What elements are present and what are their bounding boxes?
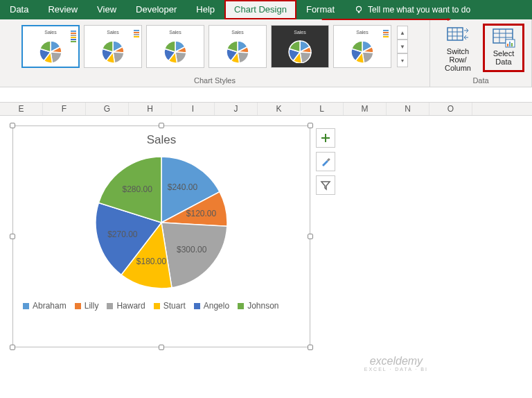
svg-text:$180.00: $180.00: [136, 257, 167, 266]
formula-bar[interactable]: [0, 87, 532, 103]
chart-style-thumb[interactable]: Sales: [84, 25, 142, 68]
group-label-chart-styles: Chart Styles: [194, 75, 236, 85]
svg-rect-16: [509, 42, 511, 46]
svg-rect-1: [358, 11, 360, 12]
pie-chart[interactable]: $240.00$120.00$300.00$180.00$270.00$280.…: [71, 150, 251, 295]
resize-handle[interactable]: [159, 123, 164, 128]
gallery-expand[interactable]: ▾: [397, 53, 408, 67]
chart-legend[interactable]: AbrahamLillyHawardStuartAngeloJohnson: [13, 295, 310, 316]
legend-item[interactable]: Abraham: [23, 301, 66, 311]
funnel-icon: [320, 180, 331, 191]
chart-title[interactable]: Sales: [13, 126, 310, 150]
resize-handle[interactable]: [10, 234, 15, 239]
legend-swatch: [194, 303, 200, 309]
legend-item[interactable]: Johnson: [238, 301, 278, 311]
ribbon-tabs: Data Review View Developer Help Chart De…: [0, 0, 532, 19]
legend-label: Lilly: [85, 301, 99, 311]
svg-point-0: [357, 6, 362, 11]
gallery-scroll-up[interactable]: ▲: [397, 26, 408, 40]
col-header[interactable]: L: [301, 103, 344, 115]
col-header[interactable]: I: [172, 103, 215, 115]
legend-label: Stuart: [163, 301, 186, 311]
svg-rect-15: [507, 44, 508, 46]
legend-item[interactable]: Lilly: [75, 301, 99, 311]
embedded-chart[interactable]: Sales $240.00$120.00$300.00$180.00$270.0…: [12, 126, 310, 347]
col-header[interactable]: O: [429, 103, 472, 115]
col-header[interactable]: F: [43, 103, 86, 115]
chart-style-thumb[interactable]: Sales: [271, 25, 329, 68]
svg-text:$120.00: $120.00: [186, 209, 217, 218]
tab-developer[interactable]: Developer: [126, 0, 186, 19]
legend-swatch: [154, 303, 160, 309]
tab-chart-design[interactable]: Chart Design: [224, 0, 296, 19]
legend-label: Angelo: [204, 301, 229, 311]
resize-handle[interactable]: [308, 234, 313, 239]
col-header[interactable]: J: [215, 103, 258, 115]
svg-rect-4: [447, 28, 463, 40]
col-header[interactable]: K: [258, 103, 301, 115]
legend-label: Abraham: [33, 301, 66, 311]
worksheet-area[interactable]: Sales $240.00$120.00$300.00$180.00$270.0…: [0, 116, 532, 393]
chart-elements-button[interactable]: [316, 128, 335, 148]
resize-handle[interactable]: [10, 345, 15, 350]
plus-icon: [320, 132, 331, 144]
legend-item[interactable]: Stuart: [154, 301, 186, 311]
col-header[interactable]: N: [387, 103, 429, 115]
tab-help[interactable]: Help: [186, 0, 224, 19]
chart-styles-button[interactable]: [316, 152, 335, 171]
chart-styles-gallery: Sales Sales Sales Sales Sales Sales ▲ ▼ …: [20, 22, 409, 68]
group-chart-styles: Sales Sales Sales Sales Sales Sales ▲ ▼ …: [0, 19, 430, 87]
svg-text:$240.00: $240.00: [168, 182, 198, 192]
tab-view[interactable]: View: [87, 0, 126, 19]
col-header[interactable]: H: [129, 103, 172, 115]
legend-swatch: [238, 303, 244, 309]
ribbon-body: Sales Sales Sales Sales Sales Sales ▲ ▼ …: [0, 19, 532, 87]
legend-swatch: [23, 303, 29, 309]
legend-item[interactable]: Angelo: [194, 301, 229, 311]
col-header[interactable]: G: [86, 103, 129, 115]
chart-style-thumb[interactable]: Sales: [21, 25, 80, 68]
chart-style-thumb[interactable]: Sales: [209, 25, 267, 68]
switch-row-column-icon: [446, 25, 470, 46]
tell-me-search[interactable]: Tell me what you want to do: [344, 0, 480, 19]
resize-handle[interactable]: [159, 345, 164, 350]
brush-icon: [320, 156, 331, 167]
col-header[interactable]: E: [0, 103, 43, 115]
legend-swatch: [75, 303, 81, 309]
tab-review[interactable]: Review: [38, 0, 87, 19]
col-header[interactable]: M: [344, 103, 387, 115]
legend-swatch: [107, 303, 113, 309]
gallery-scroll-down[interactable]: ▼: [397, 40, 408, 53]
tab-data[interactable]: Data: [0, 0, 38, 19]
select-data-icon: [492, 27, 515, 48]
switch-row-column-label: Switch Row/ Column: [438, 47, 477, 72]
select-data-button[interactable]: Select Data: [483, 24, 524, 72]
chart-style-thumb[interactable]: Sales: [333, 25, 391, 68]
svg-text:$280.00: $280.00: [122, 184, 152, 194]
resize-handle[interactable]: [10, 123, 15, 128]
svg-rect-17: [511, 43, 513, 46]
legend-label: Haward: [116, 301, 145, 311]
tab-format[interactable]: Format: [296, 0, 344, 19]
tell-me-label: Tell me what you want to do: [368, 5, 470, 15]
resize-handle[interactable]: [308, 345, 313, 350]
chart-style-thumb[interactable]: Sales: [146, 25, 204, 68]
group-label-data: Data: [472, 75, 488, 85]
column-headers: E F G H I J K L M N O: [0, 103, 532, 116]
group-data: Switch Row/ Column Select Data Data: [430, 19, 532, 87]
legend-item[interactable]: Haward: [107, 301, 145, 311]
watermark: exceldemy EXCEL · DATA · BI: [364, 355, 428, 372]
lightbulb-icon: [354, 5, 364, 15]
svg-text:$270.00: $270.00: [107, 230, 138, 239]
chart-filter-button[interactable]: [316, 175, 335, 195]
switch-row-column-button[interactable]: Switch Row/ Column: [437, 24, 479, 72]
legend-label: Johnson: [247, 301, 278, 311]
resize-handle[interactable]: [308, 123, 313, 128]
select-data-label: Select Data: [493, 49, 515, 66]
svg-text:$300.00: $300.00: [177, 245, 207, 254]
